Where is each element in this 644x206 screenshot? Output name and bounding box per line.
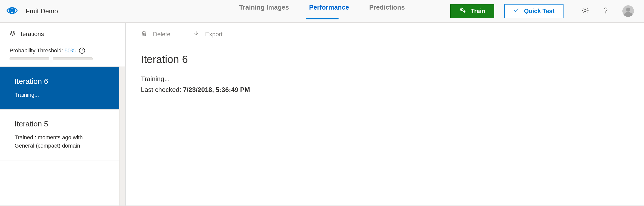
last-checked-label: Last checked: — [141, 86, 183, 93]
threshold-label: Probability Threshold: — [10, 47, 63, 54]
iteration-item[interactable]: Iteration 5 Trained : moments ago with G… — [0, 110, 119, 160]
svg-point-16 — [584, 10, 586, 12]
sidebar-scrollbar[interactable] — [119, 66, 125, 205]
help-icon[interactable] — [602, 7, 610, 16]
probability-threshold-block: Probability Threshold: 50% i — [0, 42, 125, 66]
svg-line-12 — [461, 10, 461, 11]
sidebar-header: Iterations — [0, 30, 125, 42]
svg-point-15 — [464, 11, 464, 12]
iteration-title: Iteration 6 — [141, 53, 629, 65]
iteration-item-subtitle: Training... — [15, 91, 105, 99]
delete-label: Delete — [153, 31, 170, 38]
iteration-list: Iteration 6 Training... Iteration 5 Trai… — [0, 66, 119, 205]
iteration-item-subtitle: Trained : moments ago with General (comp… — [15, 133, 85, 150]
threshold-value: 50% — [64, 47, 75, 54]
stack-icon — [10, 30, 16, 38]
iteration-item-title: Iteration 5 — [15, 120, 105, 128]
iterations-sidebar: Iterations Probability Threshold: 50% i … — [0, 23, 126, 205]
tab-performance[interactable]: Performance — [309, 4, 349, 19]
svg-line-13 — [462, 8, 463, 9]
detail-actions: Delete Export — [141, 30, 629, 38]
header-right-controls: Train Quick Test — [450, 4, 634, 18]
user-avatar[interactable] — [622, 5, 634, 17]
svg-line-11 — [462, 10, 463, 11]
threshold-slider[interactable] — [10, 57, 116, 60]
nav-tabs: Training Images Performance Predictions — [239, 4, 405, 19]
info-icon[interactable]: i — [79, 48, 85, 54]
threshold-label-row: Probability Threshold: 50% i — [10, 47, 116, 54]
tab-predictions[interactable]: Predictions — [369, 4, 405, 19]
svg-marker-18 — [10, 31, 15, 33]
checkmark-icon — [513, 7, 519, 15]
last-checked-row: Last checked: 7/23/2018, 5:36:49 PM — [141, 86, 629, 94]
iteration-item[interactable]: Iteration 6 Training... — [0, 66, 119, 110]
app-header: Fruit Demo Training Images Performance P… — [0, 0, 644, 23]
gears-icon — [459, 7, 466, 15]
brand-block: Fruit Demo — [6, 5, 58, 18]
project-name: Fruit Demo — [26, 7, 58, 15]
iteration-status: Training... — [141, 75, 629, 83]
iteration-item-title: Iteration 6 — [15, 77, 105, 86]
sidebar-body: Iteration 6 Training... Iteration 5 Trai… — [0, 66, 125, 205]
export-label: Export — [205, 31, 222, 38]
quick-test-button[interactable]: Quick Test — [504, 4, 564, 18]
last-checked-timestamp: 7/23/2018, 5:36:49 PM — [183, 86, 250, 93]
export-action[interactable]: Export — [193, 30, 222, 38]
svg-point-5 — [461, 9, 462, 10]
settings-gear-icon[interactable] — [581, 7, 589, 16]
sidebar-title: Iterations — [19, 30, 44, 38]
svg-line-10 — [461, 8, 461, 9]
delete-action[interactable]: Delete — [141, 30, 170, 38]
iteration-detail-pane: Delete Export Iteration 6 Training... La… — [126, 23, 644, 205]
main-area: Iterations Probability Threshold: 50% i … — [0, 23, 644, 205]
svg-point-17 — [606, 13, 606, 13]
quick-test-button-label: Quick Test — [524, 8, 554, 15]
tab-underline — [306, 18, 339, 19]
train-button-label: Train — [471, 8, 485, 15]
tab-training-images[interactable]: Training Images — [239, 4, 289, 19]
trash-icon — [141, 30, 147, 38]
download-icon — [193, 30, 199, 38]
header-utility-icons — [581, 5, 634, 17]
train-button[interactable]: Train — [450, 4, 494, 18]
custom-vision-eye-icon — [6, 5, 18, 18]
